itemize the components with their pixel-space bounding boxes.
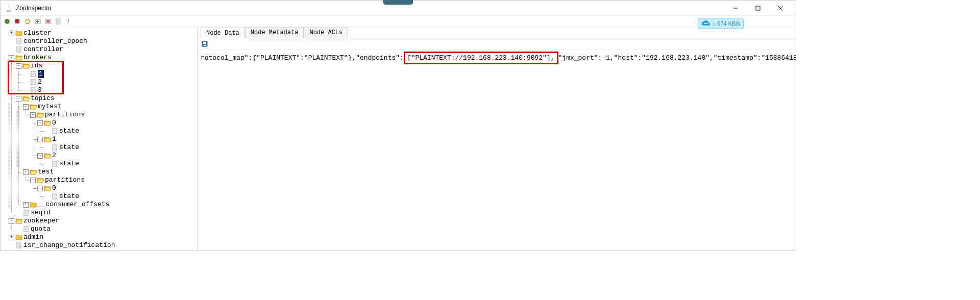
folder-open-icon xyxy=(22,62,30,69)
body: +clustercontroller_epochcontroller-broke… xyxy=(1,27,796,251)
collapse-icon[interactable]: - xyxy=(30,112,36,118)
toggle-spacer xyxy=(9,39,14,44)
svg-text:i: i xyxy=(67,18,69,25)
svg-rect-0 xyxy=(756,6,760,10)
tree-node-state[interactable]: state xyxy=(44,127,196,135)
tree-node-0[interactable]: -0 xyxy=(37,184,196,192)
tree-node-topics[interactable]: -topics xyxy=(16,94,196,103)
collapse-icon[interactable]: - xyxy=(16,96,21,102)
tree-node-controller[interactable]: controller xyxy=(9,45,196,54)
tab-node-data[interactable]: Node Data xyxy=(201,28,245,38)
tree-label: topics xyxy=(31,94,55,103)
collapse-icon[interactable]: - xyxy=(9,55,14,61)
window-title: ZooInspector xyxy=(16,5,52,12)
tree-label: 2 xyxy=(52,152,56,160)
tree-node-cluster[interactable]: +cluster xyxy=(9,29,196,37)
tree-label: 0 xyxy=(52,184,56,192)
tree-node-zookeeper[interactable]: -zookeeper xyxy=(9,217,196,225)
tree-node--consumer-offsets[interactable]: +__consumer_offsets xyxy=(23,201,196,209)
tree-node-test[interactable]: -test xyxy=(23,168,196,176)
tree-node-mytest[interactable]: -mytest xyxy=(23,103,196,111)
folder-open-icon xyxy=(37,177,44,184)
toggle-spacer xyxy=(23,80,29,85)
folder-open-icon xyxy=(37,111,44,118)
tree-label: partitions xyxy=(45,111,85,119)
tree-node-state[interactable]: state xyxy=(44,160,196,168)
collapse-icon[interactable]: - xyxy=(23,104,29,110)
toggle-spacer xyxy=(9,243,14,248)
collapse-icon[interactable]: - xyxy=(9,218,14,224)
disconnect-button[interactable] xyxy=(13,17,22,26)
tree-node-consumers[interactable]: +consumers xyxy=(9,249,196,251)
collapse-icon[interactable]: - xyxy=(37,153,43,159)
file-icon xyxy=(30,87,37,94)
folder-open-icon xyxy=(15,54,22,61)
refresh-button[interactable] xyxy=(23,17,32,26)
collapse-icon[interactable]: - xyxy=(37,120,43,126)
collapse-icon[interactable]: - xyxy=(37,137,43,142)
folder-icon xyxy=(30,201,37,208)
tree-node-seqid[interactable]: seqid xyxy=(16,209,196,217)
tree-label: isr_change_notification xyxy=(23,241,115,249)
tree-node-controller-epoch[interactable]: controller_epoch xyxy=(9,37,196,45)
tree-node-1[interactable]: -1 xyxy=(37,135,196,143)
tree-node-brokers[interactable]: -brokers xyxy=(9,54,196,62)
tree-label: controller_epoch xyxy=(23,37,87,45)
node-data-content[interactable]: rotocol_map":{"PLAINTEXT":"PLAINTEXT"},"… xyxy=(198,49,796,251)
info-button[interactable]: i xyxy=(64,17,73,26)
svg-rect-22 xyxy=(203,42,206,44)
tree-node-admin[interactable]: +admin xyxy=(9,233,196,241)
svg-point-25 xyxy=(705,23,706,24)
settings-button[interactable] xyxy=(54,17,63,26)
tree-label: seqid xyxy=(31,209,51,217)
tab-node-metadata[interactable]: Node Metadata xyxy=(245,27,304,38)
tree-label: 0 xyxy=(52,119,56,127)
svg-rect-23 xyxy=(204,45,206,46)
tree-node-0[interactable]: -0 xyxy=(37,119,196,127)
maximize-button[interactable] xyxy=(747,1,769,15)
expand-icon[interactable]: + xyxy=(9,235,14,240)
save-button[interactable] xyxy=(201,40,209,48)
add-button[interactable] xyxy=(33,17,42,26)
toggle-spacer xyxy=(23,88,29,93)
tab-node-acls[interactable]: Node ACLs xyxy=(304,27,348,38)
tree-label: consumers xyxy=(23,249,59,251)
folder-icon xyxy=(15,30,22,37)
connect-button[interactable] xyxy=(3,17,12,26)
tree-node-2[interactable]: -2 xyxy=(37,152,196,160)
file-icon xyxy=(15,38,22,45)
app-window: ZooInspector i +clustercontroller_epochc… xyxy=(0,0,796,251)
close-button[interactable] xyxy=(769,1,792,15)
toggle-spacer xyxy=(23,71,29,77)
folder-open-icon xyxy=(44,152,51,159)
expand-icon[interactable]: + xyxy=(9,31,14,36)
speed-label: 674 KB/s xyxy=(717,20,740,27)
folder-open-icon xyxy=(30,103,37,110)
tree: +clustercontroller_epochcontroller-broke… xyxy=(2,29,196,251)
node-data-highlight: ["PLAINTEXT://192.168.223.140:9092"], xyxy=(404,52,558,64)
tree-node-2[interactable]: 2 xyxy=(23,78,196,86)
tree-node-partitions[interactable]: -partitions xyxy=(30,111,196,119)
file-icon xyxy=(51,144,58,151)
tree-label: brokers xyxy=(23,54,52,62)
tree-node-ids[interactable]: -ids xyxy=(16,62,196,70)
tree-node-quota[interactable]: quota xyxy=(16,225,196,233)
collapse-icon[interactable]: - xyxy=(16,63,21,69)
collapse-icon[interactable]: - xyxy=(37,186,43,191)
delete-button[interactable] xyxy=(43,17,53,26)
tree-label: state xyxy=(59,127,79,135)
tree-node-3[interactable]: 3 xyxy=(23,86,196,94)
tree-node-partitions[interactable]: -partitions xyxy=(30,176,196,184)
tree-pane[interactable]: +clustercontroller_epochcontroller-broke… xyxy=(1,27,198,251)
minimize-button[interactable] xyxy=(724,1,747,15)
collapse-icon[interactable]: - xyxy=(23,169,29,175)
file-icon xyxy=(15,242,22,249)
tree-node-isr-change-notification[interactable]: isr_change_notification xyxy=(9,241,196,249)
tree-node-1[interactable]: 1 xyxy=(23,70,196,78)
content-toolbar xyxy=(198,38,796,49)
expand-icon[interactable]: + xyxy=(23,202,29,208)
tree-node-state[interactable]: state xyxy=(44,192,196,201)
tree-node-state[interactable]: state xyxy=(44,143,196,152)
collapse-icon[interactable]: - xyxy=(30,178,36,183)
toggle-spacer xyxy=(44,129,50,134)
